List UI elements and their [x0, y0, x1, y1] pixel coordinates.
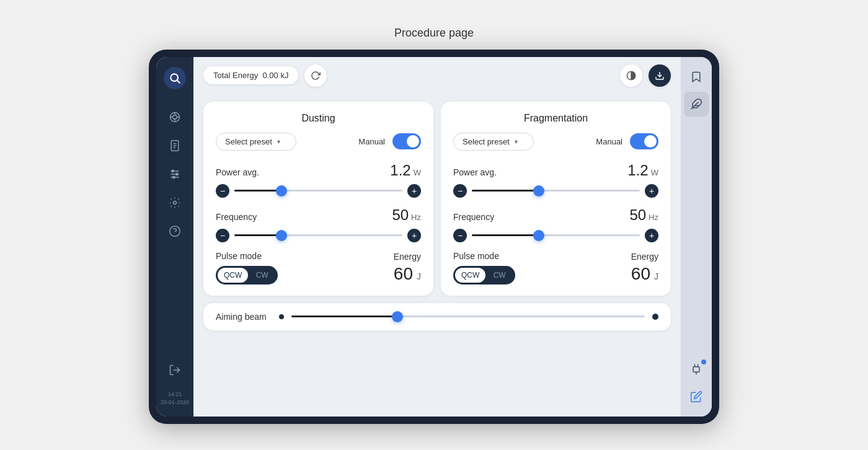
header: Total Energy 0.00 kJ: [193, 57, 681, 94]
energy-badge: Total Energy 0.00 kJ: [203, 66, 298, 84]
dusting-manual-toggle[interactable]: [392, 133, 421, 149]
fragmentation-power-increase[interactable]: +: [645, 184, 658, 198]
svg-rect-26: [693, 366, 699, 371]
sidebar-item-logout[interactable]: [162, 357, 188, 383]
aiming-dot-right: [652, 314, 658, 320]
main-content: Total Energy 0.00 kJ: [193, 57, 681, 417]
fragmentation-manual-label: Manual: [596, 137, 622, 146]
svg-point-17: [173, 176, 175, 178]
sidebar-item-help[interactable]: [162, 218, 188, 244]
fragmentation-card: Fragmentation Select preset ▾ Manual: [441, 102, 671, 296]
right-panel-feather[interactable]: [684, 92, 709, 117]
dusting-freq-decrease[interactable]: −: [216, 229, 229, 242]
fragmentation-frequency-row: Frequency 50 Hz −: [453, 206, 658, 242]
fragmentation-freq-track[interactable]: [472, 234, 640, 236]
fragmentation-pulse-label: Pulse mode: [453, 251, 515, 261]
header-left: Total Energy 0.00 kJ: [203, 64, 327, 87]
dusting-freq-label: Frequency: [216, 212, 257, 222]
dusting-mode-toggle[interactable]: QCW CW: [216, 266, 278, 285]
aiming-track[interactable]: [291, 315, 645, 317]
fragmentation-freq-increase[interactable]: +: [645, 229, 658, 242]
dusting-pulse-row: Pulse mode QCW CW Energy 60: [216, 251, 421, 285]
right-panel-edit[interactable]: [684, 384, 709, 409]
refresh-button[interactable]: [304, 64, 327, 87]
fragmentation-power-label: Power avg.: [453, 167, 497, 177]
svg-point-3: [173, 115, 177, 119]
fragmentation-manual-toggle[interactable]: [630, 133, 658, 149]
dusting-preset-row: Select preset ▾ Manual: [216, 133, 421, 151]
fragmentation-energy-unit: J: [654, 271, 658, 281]
svg-point-15: [172, 170, 174, 172]
dusting-freq-value: 50: [392, 206, 409, 224]
svg-line-1: [177, 80, 180, 83]
fragmentation-select-preset[interactable]: Select preset ▾: [453, 133, 534, 151]
fragmentation-freq-unit: Hz: [649, 213, 658, 222]
fragmentation-freq-label: Frequency: [453, 212, 494, 222]
dusting-frequency-row: Frequency 50 Hz −: [216, 206, 421, 242]
fragmentation-toggle-knob: [644, 135, 657, 148]
fragmentation-freq-value: 50: [629, 206, 646, 224]
dusting-power-unit: W: [414, 168, 421, 177]
sidebar-item-settings[interactable]: [162, 190, 188, 216]
plug-blue-dot: [701, 360, 706, 364]
fragmentation-preset-row: Select preset ▾ Manual: [453, 133, 658, 151]
sidebar-logo[interactable]: [164, 67, 186, 89]
dusting-qcw-btn[interactable]: QCW: [218, 268, 248, 283]
contrast-button[interactable]: [620, 64, 642, 87]
download-button[interactable]: [649, 64, 671, 87]
dusting-manual-label: Manual: [358, 137, 385, 146]
fragmentation-qcw-btn[interactable]: QCW: [455, 268, 485, 283]
dusting-energy-value: 60: [394, 264, 413, 284]
dusting-power-increase[interactable]: +: [407, 184, 421, 198]
fragmentation-energy-value: 60: [631, 264, 650, 284]
dusting-freq-slider-row: − +: [216, 229, 421, 242]
fragmentation-title: Fragmentation: [453, 113, 658, 124]
fragmentation-power-slider-row: − +: [453, 184, 658, 198]
dusting-pulse-label: Pulse mode: [216, 251, 278, 261]
dusting-card: Dusting Select preset ▾ Manual: [203, 102, 433, 296]
cards-row: Dusting Select preset ▾ Manual: [203, 102, 671, 296]
dusting-toggle-knob: [407, 135, 419, 148]
fragmentation-power-track[interactable]: [472, 190, 640, 192]
aiming-row: Aiming beam: [216, 312, 658, 322]
svg-point-16: [176, 173, 178, 175]
dusting-freq-unit: Hz: [411, 213, 421, 222]
right-panel-bookmark[interactable]: [684, 64, 709, 89]
aiming-dot-left: [279, 314, 284, 319]
dusting-power-label: Power avg.: [216, 167, 259, 177]
dusting-preset-chevron: ▾: [277, 138, 280, 145]
fragmentation-preset-chevron: ▾: [515, 138, 518, 145]
fragmentation-energy-label: Energy: [631, 252, 658, 262]
fragmentation-mode-toggle[interactable]: QCW CW: [453, 266, 515, 285]
dusting-power-decrease[interactable]: −: [216, 184, 229, 198]
sidebar: 14:21 20-01-2020: [156, 57, 193, 417]
fragmentation-power-row: Power avg. 1.2 W −: [453, 162, 658, 198]
fragmentation-freq-decrease[interactable]: −: [453, 229, 467, 242]
aiming-label: Aiming beam: [216, 312, 272, 322]
dusting-power-value: 1.2: [390, 162, 410, 179]
dusting-energy-label: Energy: [394, 252, 421, 262]
dusting-cw-btn[interactable]: CW: [248, 268, 276, 283]
svg-point-18: [174, 201, 177, 204]
sidebar-item-document[interactable]: [162, 133, 188, 159]
fragmentation-power-value: 1.2: [627, 162, 648, 179]
svg-point-19: [170, 226, 180, 236]
tablet-frame: 14:21 20-01-2020 Total Energy 0.00 kJ: [149, 50, 719, 424]
dusting-freq-increase[interactable]: +: [407, 229, 421, 242]
fragmentation-cw-btn[interactable]: CW: [485, 268, 513, 283]
svg-point-0: [170, 74, 178, 81]
dusting-freq-track[interactable]: [234, 234, 402, 236]
sidebar-item-sliders[interactable]: [162, 161, 188, 187]
dusting-select-preset[interactable]: Select preset ▾: [216, 133, 296, 151]
dusting-title: Dusting: [216, 113, 421, 124]
fragmentation-power-decrease[interactable]: −: [453, 184, 467, 198]
dusting-power-row: Power avg. 1.2 W −: [216, 162, 421, 198]
dusting-energy-unit: J: [417, 271, 421, 281]
fragmentation-pulse-row: Pulse mode QCW CW Energy 60: [453, 251, 658, 285]
fragmentation-freq-slider-row: − +: [453, 229, 658, 242]
right-panel: [681, 57, 712, 417]
right-panel-plug[interactable]: [684, 357, 709, 382]
sidebar-time: 14:21 20-01-2020: [161, 390, 189, 406]
sidebar-item-target[interactable]: [162, 104, 188, 130]
dusting-power-track[interactable]: [234, 190, 402, 192]
